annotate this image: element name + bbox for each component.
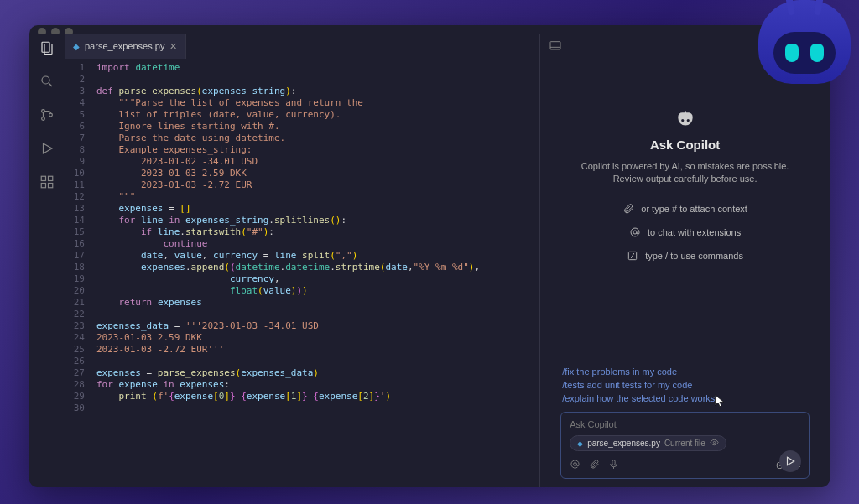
- code-line[interactable]: Example expenses_string:: [96, 144, 539, 156]
- code-line[interactable]: 2023-01-02 -34.01 USD: [96, 156, 539, 168]
- code-line[interactable]: expenses = parse_expenses(expenses_data): [96, 367, 539, 379]
- copilot-body: Ask Copilot Copilot is powered by AI, so…: [540, 59, 830, 487]
- code-line[interactable]: continue: [96, 238, 539, 250]
- svg-rect-12: [550, 42, 560, 49]
- code-line[interactable]: expenses = []: [96, 203, 539, 215]
- copilot-subtitle: Copilot is powered by AI, so mistakes ar…: [568, 160, 803, 186]
- code-line[interactable]: Parse the date using datetime.: [96, 132, 539, 144]
- svg-rect-8: [41, 176, 45, 180]
- context-pill-file: parse_expenses.py: [587, 439, 660, 448]
- code-line[interactable]: 2023-01-03 -2.72 EUR: [96, 179, 539, 191]
- attach-icon: [622, 203, 634, 215]
- svg-line-3: [49, 83, 52, 86]
- code-line[interactable]: def parse_expenses(expenses_string):: [96, 86, 539, 97]
- code-content[interactable]: import datetimedef parse_expenses(expens…: [96, 62, 539, 487]
- code-line[interactable]: if line.startswith("#"):: [96, 226, 539, 238]
- svg-rect-11: [49, 176, 53, 180]
- activity-bar: [29, 34, 65, 487]
- code-line[interactable]: for expense in expenses:: [96, 379, 539, 391]
- hint-text: to chat with extensions: [648, 227, 741, 237]
- mic-icon[interactable]: [608, 458, 619, 473]
- svg-point-14: [633, 231, 637, 234]
- code-line[interactable]: expenses_data = '''2023-01-03 -34.01 USD: [96, 320, 539, 332]
- svg-marker-7: [44, 143, 53, 153]
- suggestion-fix[interactable]: /fix the problems in my code: [562, 366, 715, 377]
- attach-icon[interactable]: [589, 458, 600, 473]
- svg-point-6: [49, 113, 53, 117]
- code-line[interactable]: for line in expenses_string.splitlines()…: [96, 215, 539, 226]
- close-icon[interactable]: ✕: [169, 41, 177, 52]
- code-line[interactable]: return expenses: [96, 297, 539, 309]
- suggestion-explain[interactable]: /explain how the selected code works: [562, 393, 715, 403]
- panel-icon[interactable]: [549, 39, 562, 53]
- line-number-gutter: 1234567891011121314151617181920212223242…: [65, 62, 96, 487]
- window-controls: [29, 25, 830, 34]
- svg-point-17: [713, 441, 715, 443]
- copilot-input[interactable]: Ask Copilot ◆ parse_expenses.py Current …: [560, 412, 810, 480]
- svg-point-18: [574, 463, 577, 466]
- code-line[interactable]: """: [96, 191, 539, 203]
- copilot-robot-icon: [674, 109, 696, 131]
- source-control-icon[interactable]: [38, 106, 56, 124]
- code-line[interactable]: 2023-01-03 2.59 DKK: [96, 332, 539, 344]
- svg-rect-10: [49, 184, 53, 188]
- code-line[interactable]: float(value))): [96, 285, 539, 297]
- code-line[interactable]: list of triples (date, value, currency).: [96, 109, 539, 121]
- svg-point-4: [42, 110, 45, 113]
- tab-bar: ◆ parse_expenses.py ✕: [65, 34, 539, 59]
- extensions-icon[interactable]: [38, 173, 56, 191]
- code-line[interactable]: [96, 74, 539, 86]
- code-line[interactable]: [96, 403, 539, 414]
- code-line[interactable]: 2023-01-03 -2.72 EUR''': [96, 344, 539, 356]
- svg-rect-19: [612, 460, 615, 465]
- code-line[interactable]: expenses.append((datetime.datetime.strpt…: [96, 262, 539, 273]
- hint-commands: type / to use commands: [627, 250, 743, 262]
- svg-line-16: [631, 253, 634, 258]
- code-line[interactable]: 2023-01-03 2.59 DKK: [96, 168, 539, 179]
- code-line[interactable]: import datetime: [96, 62, 539, 74]
- code-line[interactable]: [96, 356, 539, 367]
- tab-parse-expenses[interactable]: ◆ parse_expenses.py ✕: [65, 34, 186, 59]
- vscode-window: ◆ parse_expenses.py ✕ 123456789101112131…: [29, 25, 830, 487]
- editor-container: ◆ parse_expenses.py ✕ 123456789101112131…: [65, 34, 830, 487]
- copilot-suggestions: /fix the problems in my code /tests add …: [560, 366, 715, 403]
- code-line[interactable]: Ignore lines starting with #.: [96, 121, 539, 132]
- svg-point-2: [42, 76, 49, 84]
- search-icon[interactable]: [38, 72, 56, 91]
- copilot-title: Ask Copilot: [568, 138, 803, 152]
- code-line[interactable]: currency,: [96, 273, 539, 285]
- svg-marker-21: [788, 457, 794, 465]
- code-line[interactable]: """Parse the list of expenses and return…: [96, 97, 539, 109]
- copilot-mascot: [750, 0, 859, 92]
- copilot-hint-list: or type # to attach context to chat with…: [568, 203, 803, 262]
- hint-extensions: to chat with extensions: [629, 226, 741, 238]
- code-line[interactable]: print (f'{expense[0]} {expense[1]} {expe…: [96, 391, 539, 403]
- explorer-icon[interactable]: [38, 39, 56, 57]
- run-debug-icon[interactable]: [38, 139, 56, 158]
- context-pill[interactable]: ◆ parse_expenses.py Current file: [570, 435, 726, 451]
- tab-filename: parse_expenses.py: [85, 41, 164, 51]
- python-file-icon: ◆: [577, 439, 583, 448]
- main-area: ◆ parse_expenses.py ✕ 123456789101112131…: [29, 34, 830, 487]
- hint-attach: or type # to attach context: [622, 203, 747, 215]
- copilot-chat-pane: Ask Copilot Copilot is powered by AI, so…: [540, 34, 830, 487]
- hint-text: or type # to attach context: [641, 204, 747, 214]
- svg-rect-9: [41, 184, 45, 188]
- copilot-input-placeholder: Ask Copilot: [570, 419, 800, 429]
- slash-icon: [627, 250, 638, 262]
- code-line[interactable]: [96, 309, 539, 320]
- python-file-icon: ◆: [73, 42, 80, 51]
- suggestion-tests[interactable]: /tests add unit tests for my code: [562, 380, 715, 390]
- svg-point-5: [42, 117, 45, 121]
- send-button[interactable]: [779, 450, 801, 472]
- context-pill-label: Current file: [664, 439, 705, 448]
- editor-pane: ◆ parse_expenses.py ✕ 123456789101112131…: [65, 34, 540, 487]
- copilot-hero: Ask Copilot Copilot is powered by AI, so…: [568, 109, 803, 262]
- at-icon[interactable]: [570, 458, 580, 473]
- code-line[interactable]: date, value, currency = line split(","): [96, 250, 539, 262]
- eye-icon: [710, 438, 719, 449]
- at-icon: [629, 226, 641, 238]
- copilot-input-wrap: Ask Copilot ◆ parse_expenses.py Current …: [560, 412, 810, 480]
- hint-text: type / to use commands: [645, 251, 743, 261]
- code-area[interactable]: 1234567891011121314151617181920212223242…: [65, 59, 539, 487]
